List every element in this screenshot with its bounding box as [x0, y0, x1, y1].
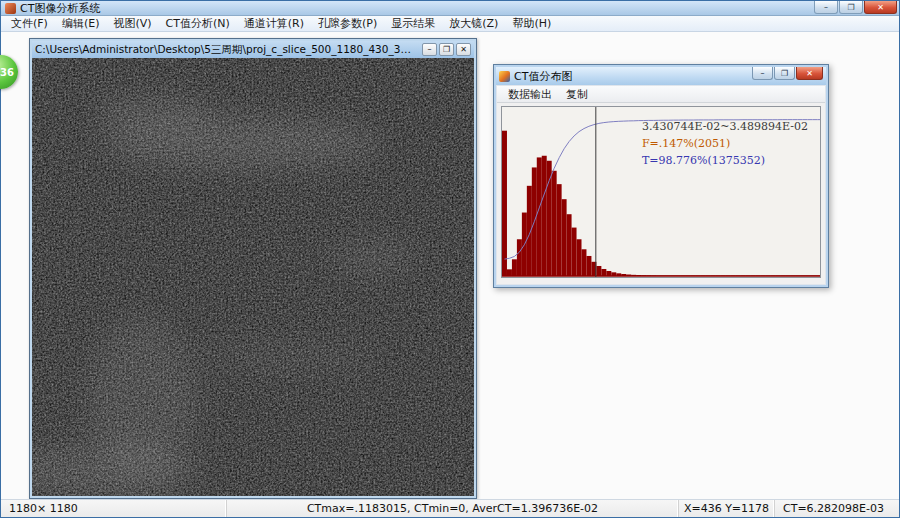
histogram-window-title: CT值分布图 [514, 69, 751, 84]
status-image-size: 1180× 1180 [1, 500, 227, 517]
menu-item-pore-params[interactable]: 孔隙参数(P) [311, 16, 384, 31]
image-window-title: C:\Users\Administrator\Desktop\5三周期\proj… [35, 43, 416, 57]
ct-distribution-chart[interactable]: 3.430744E-02~3.489894E-02 F=.147%(2051) … [501, 106, 821, 278]
status-cursor-position: X=436 Y=1178 [679, 500, 775, 517]
histogram-maximize-button[interactable]: ❐ [774, 67, 795, 80]
t-percent-label: T=98.776%(1375352) [642, 152, 808, 169]
histogram-window-controls: – ❐ ✕ [751, 67, 823, 80]
histogram-menu-bar: 数据输出 复制 [497, 86, 825, 103]
minimize-button[interactable]: – [814, 1, 838, 14]
menu-bar: 文件(F) 编辑(E) 视图(V) CT值分析(N) 通道计算(R) 孔隙参数(… [1, 16, 899, 32]
menu-item-copy[interactable]: 复制 [559, 86, 595, 102]
chart-annotations: 3.430744E-02~3.489894E-02 F=.147%(2051) … [642, 118, 808, 169]
menu-item-file[interactable]: 文件(F) [4, 16, 55, 31]
app-window: CT图像分析系统 – ❐ ✕ 文件(F) 编辑(E) 视图(V) CT值分析(N… [0, 0, 900, 518]
status-cursor-ct-value: CT=6.282098E-03 [775, 500, 899, 517]
image-close-button[interactable]: ✕ [456, 43, 471, 56]
menu-item-magnifier[interactable]: 放大镜(Z) [442, 16, 505, 31]
histogram-window-body: 数据输出 复制 3.430744E-02~3.489894E-02 F=.147… [496, 85, 826, 285]
app-title: CT图像分析系统 [20, 1, 100, 16]
histogram-window-titlebar[interactable]: CT值分布图 – ❐ ✕ [496, 67, 826, 85]
image-maximize-button[interactable]: ❐ [439, 43, 454, 56]
image-window-titlebar[interactable]: C:\Users\Administrator\Desktop\5三周期\proj… [32, 41, 474, 58]
menu-item-show-results[interactable]: 显示结果 [384, 16, 442, 31]
image-minimize-button[interactable]: – [422, 43, 437, 56]
maximize-button[interactable]: ❐ [839, 1, 863, 14]
menu-item-data-export[interactable]: 数据输出 [501, 86, 559, 102]
close-button[interactable]: ✕ [864, 1, 897, 14]
title-bar[interactable]: CT图像分析系统 – ❐ ✕ [1, 1, 899, 16]
f-percent-label: F=.147%(2051) [642, 135, 808, 152]
image-window: C:\Users\Administrator\Desktop\5三周期\proj… [29, 38, 477, 499]
ct-noise-render [32, 58, 474, 496]
histogram-window-icon [499, 71, 510, 82]
menu-item-channel-calc[interactable]: 通道计算(R) [237, 16, 311, 31]
menu-item-ct-analysis[interactable]: CT值分析(N) [159, 16, 237, 31]
floating-ball-label: 36 [0, 67, 14, 78]
window-controls: – ❐ ✕ [813, 1, 897, 14]
image-window-controls: – ❐ ✕ [420, 43, 471, 56]
app-icon [5, 3, 16, 14]
histogram-close-button[interactable]: ✕ [796, 67, 823, 80]
ct-range-label: 3.430744E-02~3.489894E-02 [642, 118, 808, 135]
status-bar: 1180× 1180 CTmax=.1183015, CTmin=0, Aver… [1, 499, 899, 517]
menu-item-view[interactable]: 视图(V) [106, 16, 158, 31]
status-ct-stats: CTmax=.1183015, CTmin=0, AverCT=1.396736… [227, 500, 679, 517]
menu-item-help[interactable]: 帮助(H) [505, 16, 558, 31]
menu-item-edit[interactable]: 编辑(E) [55, 16, 107, 31]
ct-slice-image[interactable] [32, 58, 474, 496]
histogram-minimize-button[interactable]: – [752, 67, 773, 80]
mdi-client-area: C:\Users\Administrator\Desktop\5三周期\proj… [2, 33, 898, 499]
histogram-window: CT值分布图 – ❐ ✕ 数据输出 复制 3.430744E-02~3.4898… [493, 64, 829, 288]
